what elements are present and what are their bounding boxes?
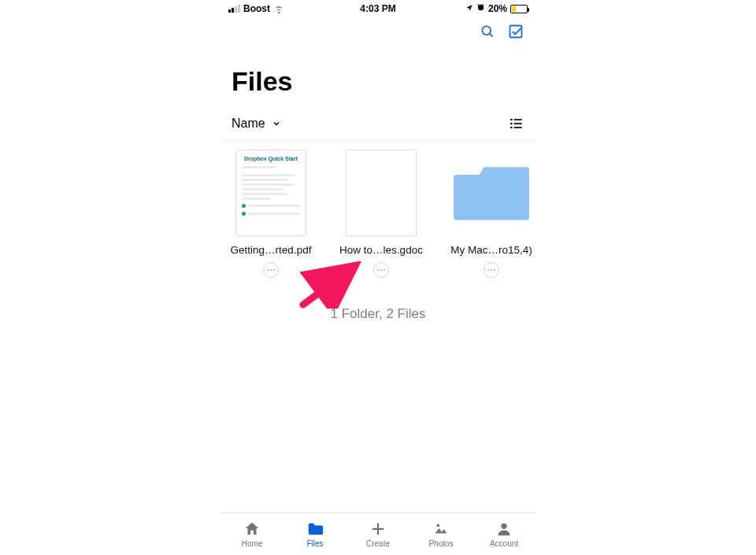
wifi-icon bbox=[273, 5, 284, 13]
battery-percent-label: 20% bbox=[488, 3, 507, 14]
tab-label: Create bbox=[366, 539, 390, 548]
svg-rect-8 bbox=[514, 127, 522, 128]
tab-files[interactable]: Files bbox=[287, 520, 343, 548]
file-item[interactable]: How to…les.gdoc bbox=[342, 150, 421, 278]
location-icon bbox=[465, 3, 473, 14]
folder-item[interactable]: My Mac…ro15,4) bbox=[452, 150, 531, 278]
file-thumbnail-pdf[interactable]: Dropbox Quick Start bbox=[235, 150, 306, 236]
file-name: My Mac…ro15,4) bbox=[444, 244, 539, 256]
svg-point-9 bbox=[267, 269, 269, 271]
checkbox-icon bbox=[508, 24, 524, 39]
svg-point-15 bbox=[487, 269, 489, 271]
chevron-down-icon bbox=[272, 119, 281, 128]
folder-icon bbox=[454, 161, 529, 224]
sort-button[interactable]: Name bbox=[232, 117, 281, 131]
ellipsis-icon bbox=[487, 268, 496, 272]
carrier-label: Boost bbox=[243, 3, 270, 14]
svg-point-3 bbox=[510, 119, 513, 121]
ellipsis-icon bbox=[376, 268, 386, 272]
file-more-button[interactable] bbox=[373, 262, 389, 278]
folder-thumbnail[interactable] bbox=[452, 150, 531, 236]
search-button[interactable] bbox=[479, 23, 496, 40]
svg-point-21 bbox=[437, 524, 440, 527]
svg-point-22 bbox=[501, 524, 506, 529]
svg-point-13 bbox=[380, 269, 382, 271]
ellipsis-icon bbox=[266, 268, 276, 272]
file-more-button[interactable] bbox=[484, 262, 499, 278]
status-time: 4:03 PM bbox=[360, 3, 395, 14]
tab-account[interactable]: Account bbox=[476, 520, 532, 548]
tab-label: Files bbox=[306, 539, 323, 548]
tab-label: Photos bbox=[428, 539, 453, 548]
svg-point-16 bbox=[491, 269, 492, 271]
file-thumbnail-blank[interactable] bbox=[346, 150, 417, 236]
pdf-preview-title: Dropbox Quick Start bbox=[242, 156, 300, 161]
tab-label: Account bbox=[490, 539, 518, 548]
select-button[interactable] bbox=[507, 23, 524, 40]
file-name: How to…les.gdoc bbox=[334, 244, 428, 256]
svg-point-5 bbox=[510, 123, 513, 125]
page-title: Files bbox=[220, 46, 536, 111]
svg-point-14 bbox=[384, 269, 385, 271]
tab-create[interactable]: Create bbox=[350, 520, 406, 548]
battery-icon bbox=[510, 5, 528, 13]
svg-point-0 bbox=[482, 26, 491, 35]
file-item[interactable]: Dropbox Quick Start Getting…rted.pdf bbox=[232, 150, 310, 278]
phone-frame: Boost 4:03 PM 20% Files Name bbox=[220, 0, 536, 555]
folder-icon bbox=[306, 520, 324, 538]
file-name: Getting…rted.pdf bbox=[224, 244, 318, 256]
sort-label: Name bbox=[232, 117, 265, 131]
svg-point-12 bbox=[377, 269, 379, 271]
svg-point-11 bbox=[273, 269, 275, 271]
alarm-icon bbox=[476, 3, 485, 14]
tab-bar: Home Files Create Photos Account bbox=[220, 512, 536, 555]
top-actions bbox=[220, 17, 536, 46]
tab-label: Home bbox=[242, 539, 263, 548]
plus-icon bbox=[369, 520, 387, 538]
search-icon bbox=[480, 24, 495, 39]
account-icon bbox=[495, 520, 513, 538]
sort-row: Name bbox=[220, 111, 536, 140]
svg-point-17 bbox=[494, 269, 495, 271]
svg-point-7 bbox=[510, 127, 513, 129]
svg-line-1 bbox=[490, 34, 493, 37]
status-left: Boost bbox=[228, 3, 284, 14]
home-icon bbox=[243, 520, 261, 538]
tab-home[interactable]: Home bbox=[224, 520, 280, 548]
svg-rect-6 bbox=[514, 123, 522, 124]
status-right: 20% bbox=[465, 3, 528, 14]
svg-rect-2 bbox=[510, 26, 522, 38]
list-icon bbox=[509, 116, 524, 131]
tab-photos[interactable]: Photos bbox=[413, 520, 469, 548]
file-grid: Dropbox Quick Start Getting…rted.pdf How… bbox=[220, 140, 536, 278]
status-bar: Boost 4:03 PM 20% bbox=[220, 0, 536, 17]
svg-point-10 bbox=[270, 269, 272, 271]
view-toggle-button[interactable] bbox=[509, 116, 524, 131]
summary-label: 1 Folder, 2 Files bbox=[220, 306, 536, 322]
signal-icon bbox=[228, 5, 240, 13]
file-more-button[interactable] bbox=[263, 262, 279, 278]
svg-rect-4 bbox=[514, 119, 522, 120]
photos-icon bbox=[432, 520, 450, 538]
